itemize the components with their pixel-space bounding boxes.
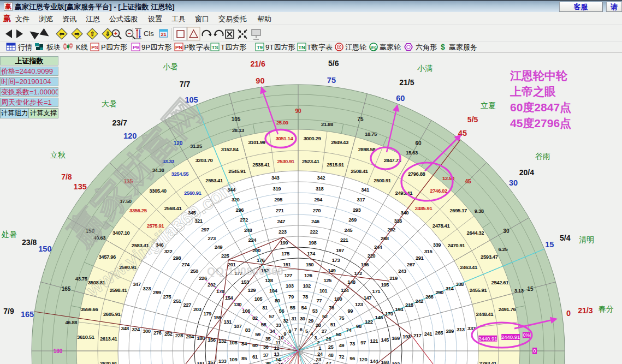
svg-text:300: 300	[143, 328, 151, 334]
svg-text:2746.02: 2746.02	[430, 188, 447, 194]
svg-text:33: 33	[276, 322, 281, 328]
svg-text:202: 202	[208, 282, 216, 288]
svg-text:128: 128	[265, 277, 273, 283]
svg-text:252: 252	[164, 331, 173, 337]
svg-text:21/3: 21/3	[578, 306, 593, 315]
svg-text:273: 273	[208, 235, 216, 241]
svg-text:23: 23	[316, 356, 321, 362]
svg-text:30: 30	[503, 228, 510, 234]
svg-text:271: 271	[276, 207, 285, 213]
svg-text:155: 155	[214, 314, 222, 320]
svg-text:180: 180	[197, 335, 205, 341]
svg-text:154: 154	[225, 295, 234, 301]
svg-text:23/7: 23/7	[112, 118, 127, 127]
svg-text:149: 149	[328, 267, 336, 273]
svg-text:227: 227	[183, 302, 192, 308]
svg-text:2568.41: 2568.41	[164, 205, 182, 211]
svg-text:131: 131	[224, 319, 233, 325]
svg-text:59: 59	[255, 331, 260, 337]
svg-text:132: 132	[218, 338, 227, 344]
svg-text:90: 90	[295, 108, 301, 114]
svg-text:立秋: 立秋	[50, 151, 66, 159]
svg-text:104: 104	[269, 288, 278, 294]
svg-text:223: 223	[279, 229, 287, 235]
svg-text:247: 247	[277, 218, 286, 224]
svg-text:151: 151	[283, 261, 292, 267]
svg-text:60: 60	[396, 94, 405, 103]
svg-text:267: 267	[407, 261, 415, 267]
svg-text:297: 297	[201, 226, 209, 232]
svg-text:318: 318	[316, 186, 324, 192]
svg-text:222: 222	[310, 229, 318, 235]
svg-text:2478.41: 2478.41	[433, 223, 451, 229]
svg-text:99: 99	[347, 308, 353, 314]
svg-text:5/5: 5/5	[467, 115, 478, 124]
svg-text:105: 105	[254, 296, 263, 302]
svg-text:275: 275	[163, 294, 172, 300]
svg-text:3203.70: 3203.70	[196, 157, 213, 163]
svg-text:PS: PS	[91, 44, 98, 50]
svg-text:TS: TS	[211, 44, 218, 50]
svg-text:0%: 0%	[523, 332, 530, 338]
svg-text:0: 0	[566, 309, 571, 318]
svg-text:101: 101	[319, 288, 328, 294]
svg-text:18.75: 18.75	[365, 131, 377, 137]
svg-text:25: 25	[328, 344, 334, 350]
svg-text:57: 57	[269, 313, 275, 319]
svg-text:2455.91: 2455.91	[470, 287, 488, 293]
svg-text:54: 54	[301, 305, 307, 311]
svg-text:198: 198	[309, 240, 317, 246]
svg-text:2949.43: 2949.43	[331, 139, 348, 145]
svg-text:204: 204	[186, 333, 195, 339]
svg-text:Cls: Cls	[144, 29, 154, 38]
svg-text:49: 49	[339, 342, 345, 348]
svg-text:31: 31	[291, 315, 297, 321]
svg-text:5/6: 5/6	[328, 59, 339, 68]
svg-text:38: 38	[265, 360, 271, 364]
svg-text:2898.58: 2898.58	[358, 146, 376, 152]
svg-text:32: 32	[283, 318, 288, 324]
svg-text:100: 100	[334, 296, 342, 302]
svg-text:248: 248	[244, 227, 252, 233]
svg-text:75: 75	[339, 315, 345, 321]
svg-text:61: 61	[252, 354, 258, 360]
svg-text:84: 84	[241, 341, 247, 347]
svg-text:126: 126	[304, 272, 312, 278]
svg-text:清明: 清明	[579, 235, 594, 244]
svg-text:165: 165	[21, 310, 34, 319]
svg-text:2440.91: 2440.91	[478, 336, 497, 342]
svg-text:125: 125	[323, 277, 332, 283]
svg-text:195: 195	[381, 282, 390, 288]
svg-text:225: 225	[221, 253, 230, 259]
svg-text:72: 72	[339, 354, 345, 360]
svg-text:谷雨: 谷雨	[535, 152, 550, 160]
svg-text:2515.91: 2515.91	[327, 162, 345, 168]
svg-text:270: 270	[313, 207, 321, 213]
svg-text:102: 102	[303, 283, 311, 289]
svg-text:QQ:100800360: QQ:100800360	[207, 265, 283, 277]
svg-text:21/6: 21/6	[250, 59, 265, 68]
svg-text:127: 127	[285, 272, 293, 278]
svg-text:83: 83	[245, 327, 251, 333]
svg-text:2508.41: 2508.41	[351, 168, 369, 174]
svg-text:122: 122	[365, 319, 373, 325]
svg-text:2545.91: 2545.91	[228, 168, 246, 174]
svg-text:60: 60	[252, 342, 258, 348]
svg-text:53: 53	[312, 308, 318, 314]
svg-text:249: 249	[215, 244, 223, 250]
svg-text:春分: 春分	[599, 305, 614, 313]
svg-text:2485.91: 2485.91	[415, 205, 433, 211]
svg-text:103: 103	[286, 283, 294, 289]
svg-text:323: 323	[143, 285, 151, 291]
svg-text:2500.91: 2500.91	[374, 177, 392, 183]
svg-text:26: 26	[326, 336, 331, 342]
svg-text:PN: PN	[175, 44, 182, 50]
svg-text:77: 77	[317, 297, 322, 303]
svg-text:3356.25: 3356.25	[129, 207, 147, 213]
svg-text:3610.51: 3610.51	[77, 334, 95, 340]
svg-text:2620.91: 2620.91	[100, 360, 118, 364]
svg-text:173: 173	[332, 257, 340, 263]
svg-text:221: 221	[340, 237, 349, 243]
svg-text:133: 133	[218, 358, 227, 364]
svg-text:24: 24	[317, 351, 323, 357]
